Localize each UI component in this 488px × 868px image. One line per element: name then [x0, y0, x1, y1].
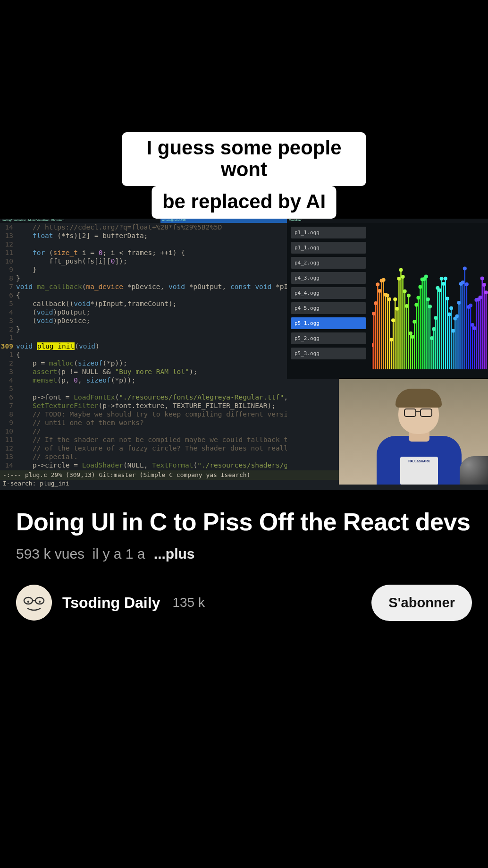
svg-point-63 [430, 336, 434, 340]
svg-point-29 [397, 277, 401, 281]
video-frame[interactable]: tsoding/musicalizer · Music Visualizer ·… [0, 219, 488, 490]
file-item[interactable]: p5_3.ogg [291, 348, 366, 359]
svg-point-33 [401, 275, 405, 279]
file-item[interactable]: p1_1.ogg [291, 227, 366, 238]
spectrum-bars [372, 232, 488, 369]
svg-point-37 [405, 304, 409, 308]
file-item[interactable]: p4_4.ogg [291, 287, 366, 299]
file-item[interactable]: p4_2.ogg [291, 257, 366, 269]
file-item[interactable]: p5_1.ogg [291, 317, 366, 329]
svg-point-59 [426, 298, 430, 301]
caption-line-2: be replaced by AI [152, 186, 336, 218]
svg-point-85 [451, 329, 455, 332]
svg-point-27 [395, 307, 399, 311]
svg-point-67 [434, 316, 438, 320]
tab-browser: tsoding/musicalizer · Music Visualizer ·… [0, 219, 160, 223]
svg-point-13 [382, 278, 386, 282]
svg-point-41 [409, 332, 412, 335]
svg-point-125 [39, 601, 41, 603]
svg-point-3 [372, 312, 376, 315]
svg-point-9 [378, 289, 381, 293]
svg-point-117 [482, 283, 486, 287]
tab-visualizer: Musializer [287, 219, 488, 223]
subscriber-count: 135 k [172, 595, 205, 610]
svg-point-23 [391, 318, 395, 322]
svg-point-89 [455, 315, 459, 318]
svg-point-45 [412, 320, 416, 323]
file-item[interactable]: p5_2.ogg [291, 332, 366, 344]
svg-point-47 [414, 303, 418, 306]
svg-point-77 [444, 277, 447, 281]
audio-file-list: p1_1.oggp1_1.oggp4_2.oggp4_3.oggp4_4.ogg… [291, 227, 366, 363]
subscribe-button[interactable]: S'abonner [371, 585, 472, 621]
svg-point-21 [389, 338, 393, 341]
video-meta[interactable]: 593 k vues il y a 1 a ...plus [16, 546, 472, 562]
window-tab-bar: tsoding/musicalizer · Music Visualizer ·… [0, 219, 488, 223]
svg-point-39 [407, 294, 411, 298]
svg-point-35 [403, 289, 407, 293]
svg-point-5 [374, 301, 378, 305]
svg-point-25 [393, 298, 397, 301]
svg-point-119 [484, 290, 488, 294]
file-item[interactable]: p4_3.ogg [291, 272, 366, 284]
caption-overlay: I guess some people wont be replaced by … [122, 132, 366, 219]
svg-point-79 [446, 297, 449, 300]
video-age: il y a 1 a [93, 546, 145, 562]
channel-avatar[interactable] [16, 585, 52, 621]
svg-point-105 [471, 323, 474, 327]
svg-point-120 [16, 585, 52, 621]
video-title[interactable]: Doing UI in C to Piss Off the React devs [16, 508, 472, 536]
svg-point-49 [416, 296, 420, 300]
svg-point-43 [411, 335, 414, 339]
svg-point-51 [419, 285, 422, 289]
webcam-overlay: PAUL&SHARK [339, 378, 488, 485]
svg-point-73 [440, 277, 444, 281]
file-item[interactable]: p1_1.ogg [291, 242, 366, 254]
svg-point-19 [387, 297, 391, 301]
visualizer-panel: p1_1.oggp1_1.oggp4_2.oggp4_3.oggp4_4.ogg… [287, 223, 488, 379]
show-more-button[interactable]: ...plus [154, 546, 195, 562]
video-info: Doing UI in C to Piss Off the React devs… [0, 508, 488, 621]
svg-point-57 [424, 275, 428, 279]
svg-point-17 [386, 293, 389, 297]
shirt-logo: PAUL&SHARK [403, 460, 435, 463]
svg-point-103 [469, 304, 472, 307]
svg-point-115 [480, 276, 484, 280]
svg-point-91 [457, 301, 461, 305]
svg-point-81 [447, 313, 451, 316]
microphone-icon [460, 456, 488, 485]
svg-point-124 [27, 601, 29, 603]
tab-emacs: emacs@rein-1590 [160, 219, 287, 223]
svg-point-107 [472, 326, 476, 330]
file-item[interactable]: p4_5.ogg [291, 302, 366, 314]
svg-point-61 [428, 305, 432, 308]
svg-point-7 [376, 282, 379, 286]
svg-point-31 [399, 268, 403, 272]
svg-point-71 [438, 288, 442, 292]
code-editor: 14 // https://cdecl.org/?q=float+%28*fs%… [0, 223, 287, 470]
svg-point-95 [461, 281, 465, 284]
svg-point-65 [432, 327, 436, 331]
svg-point-75 [442, 282, 446, 286]
svg-point-97 [463, 267, 467, 271]
channel-name[interactable]: Tsoding Daily [62, 594, 160, 612]
view-count: 593 k vues [16, 546, 84, 562]
caption-line-1: I guess some people wont [122, 132, 366, 186]
svg-point-99 [465, 282, 469, 286]
svg-point-83 [449, 306, 453, 310]
svg-point-113 [479, 296, 482, 299]
